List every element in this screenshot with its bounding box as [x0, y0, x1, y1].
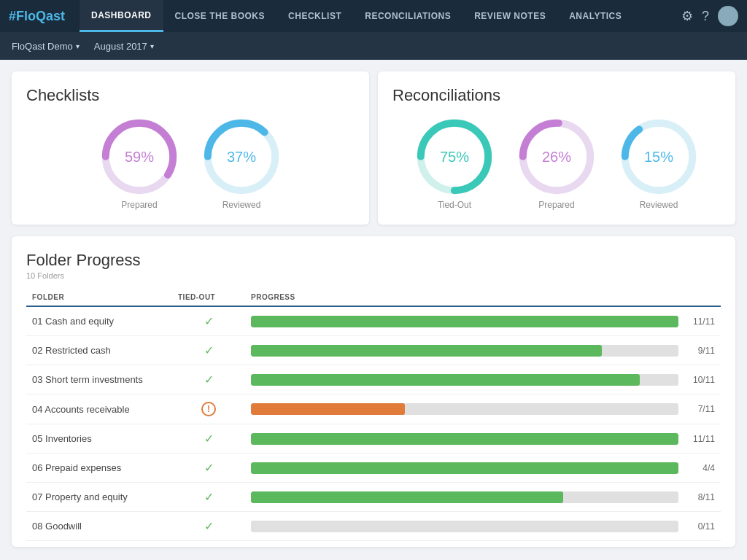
table-row[interactable]: 08 Goodwill ✓ 0/11: [26, 512, 721, 541]
subheader: FloQast Demo ▾ August 2017 ▾: [0, 32, 747, 60]
donut-chart: 15%: [619, 117, 699, 197]
check-icon: ✓: [204, 432, 214, 445]
progress-bar-bg: [251, 403, 678, 415]
progress-bar-fill: [251, 491, 563, 503]
progress-cell: [245, 512, 684, 541]
donut-value: 37%: [227, 149, 256, 166]
table-row[interactable]: 03 Short term investments ✓ 10/11: [26, 365, 721, 394]
folder-count: 10 Folders: [26, 271, 721, 280]
donut-tied-out: 75% Tied-Out: [414, 117, 495, 210]
donut-value: 26%: [542, 149, 571, 166]
checklists-title: Checklists: [26, 86, 355, 105]
table-row[interactable]: 04 Accounts receivable ! 7/11: [26, 394, 721, 424]
reconciliations-card: Reconciliations 75% Tied-Out 26% Prepare…: [378, 71, 735, 225]
folder-count: 10/11: [684, 365, 721, 394]
nav-item-dashboard[interactable]: DASHBOARD: [80, 0, 163, 32]
progress-cell: [245, 454, 684, 483]
donut-reviewed: 15% Reviewed: [619, 117, 699, 210]
tiedout-status: ✓: [172, 336, 245, 365]
folder-count: 7/11: [684, 394, 721, 424]
folder-count: 11/11: [684, 424, 721, 454]
progress-bar-bg: [251, 316, 678, 327]
table-row[interactable]: 06 Prepaid expenses ✓ 4/4: [26, 454, 721, 483]
folder-name: 02 Restricted cash: [26, 336, 172, 365]
donut-chart: 26%: [516, 117, 597, 197]
nav-item-close-the-books[interactable]: CLOSE THE BOOKS: [163, 0, 277, 32]
logo[interactable]: #FloQast: [9, 9, 65, 24]
table-row[interactable]: 02 Restricted cash ✓ 9/11: [26, 336, 721, 365]
checklists-card: Checklists 59% Prepared 37% Reviewed: [12, 71, 369, 225]
check-icon: ✓: [204, 344, 214, 357]
donut-label: Tied-Out: [438, 200, 471, 210]
donut-label: Prepared: [121, 200, 157, 210]
nav-icons: ⚙ ?: [681, 6, 738, 26]
donut-chart: 75%: [414, 117, 495, 197]
tiedout-status: !: [172, 394, 245, 424]
donut-reviewed: 37% Reviewed: [201, 117, 282, 210]
reconciliations-donuts: 75% Tied-Out 26% Prepared 15% Reviewed: [392, 117, 721, 210]
table-row[interactable]: 07 Property and equity ✓ 8/11: [26, 483, 721, 512]
nav-item-analytics[interactable]: ANALYTICS: [557, 0, 633, 32]
tiedout-status: ✓: [172, 483, 245, 512]
donut-chart: 37%: [201, 117, 282, 197]
progress-bar-bg: [251, 491, 678, 503]
folder-count: 9/11: [684, 336, 721, 365]
progress-cell: [245, 424, 684, 454]
check-icon: ✓: [204, 520, 214, 532]
donut-label: Reviewed: [640, 200, 678, 210]
folder-name: 07 Property and equity: [26, 483, 172, 512]
folder-count: 4/4: [684, 454, 721, 483]
period-selector[interactable]: August 2017 ▾: [94, 41, 154, 52]
folder-name: 04 Accounts receivable: [26, 394, 172, 424]
progress-bar-fill: [251, 462, 678, 474]
progress-cell: [245, 394, 684, 424]
folder-name: 05 Inventories: [26, 424, 172, 454]
period-label: August 2017: [94, 41, 147, 52]
table-row[interactable]: 05 Inventories ✓ 11/11: [26, 424, 721, 454]
avatar[interactable]: [718, 6, 738, 26]
help-icon[interactable]: ?: [702, 9, 709, 24]
progress-bar-fill: [251, 433, 678, 445]
check-icon: ✓: [204, 491, 214, 503]
settings-icon[interactable]: ⚙: [681, 8, 693, 24]
tiedout-status: ✓: [172, 306, 245, 336]
donut-prepared: 59% Prepared: [99, 117, 179, 210]
nav-item-review-notes[interactable]: REVIEW NOTES: [462, 0, 557, 32]
progress-bar-bg: [251, 521, 678, 532]
donut-value: 15%: [644, 149, 673, 166]
nav-item-reconciliations[interactable]: RECONCILIATIONS: [353, 0, 462, 32]
folder-name: 08 Goodwill: [26, 512, 172, 541]
chevron-down-icon: ▾: [150, 42, 154, 50]
progress-bar-bg: [251, 345, 678, 357]
company-selector[interactable]: FloQast Demo ▾: [12, 41, 80, 52]
donut-value: 59%: [125, 149, 154, 166]
nav-bar: #FloQast DASHBOARDCLOSE THE BOOKSCHECKLI…: [0, 0, 747, 32]
progress-bar-bg: [251, 462, 678, 474]
tiedout-status: ✓: [172, 454, 245, 483]
folder-count: 11/11: [684, 306, 721, 336]
nav-item-checklist[interactable]: CHECKLIST: [276, 0, 353, 32]
folder-progress-section: Folder Progress 10 Folders FOLDER TIED-O…: [12, 236, 735, 547]
progress-cell: [245, 483, 684, 512]
reconciliations-title: Reconciliations: [392, 86, 721, 105]
folder-count: 0/11: [684, 512, 721, 541]
progress-bar-bg: [251, 374, 678, 386]
col-header-folder: FOLDER: [26, 289, 172, 306]
donut-chart: 59%: [99, 117, 179, 197]
folder-table: FOLDER TIED-OUT PROGRESS 01 Cash and equ…: [26, 289, 721, 541]
main-content: Checklists 59% Prepared 37% Reviewed Rec…: [0, 60, 747, 559]
progress-bar-fill: [251, 345, 602, 357]
table-row[interactable]: 01 Cash and equity ✓ 11/11: [26, 306, 721, 336]
folder-name: 06 Prepaid expenses: [26, 454, 172, 483]
progress-bar-bg: [251, 433, 678, 445]
progress-cell: [245, 336, 684, 365]
progress-bar-fill: [251, 403, 405, 415]
nav-items: DASHBOARDCLOSE THE BOOKSCHECKLISTRECONCI…: [80, 0, 681, 32]
warning-icon: !: [201, 402, 216, 416]
progress-cell: [245, 306, 684, 336]
folder-table-body: 01 Cash and equity ✓ 11/11 02 Restricted…: [26, 306, 721, 541]
folder-name: 03 Short term investments: [26, 365, 172, 394]
check-icon: ✓: [204, 462, 214, 474]
summary-cards: Checklists 59% Prepared 37% Reviewed Rec…: [12, 71, 735, 225]
donut-prepared: 26% Prepared: [516, 117, 597, 210]
